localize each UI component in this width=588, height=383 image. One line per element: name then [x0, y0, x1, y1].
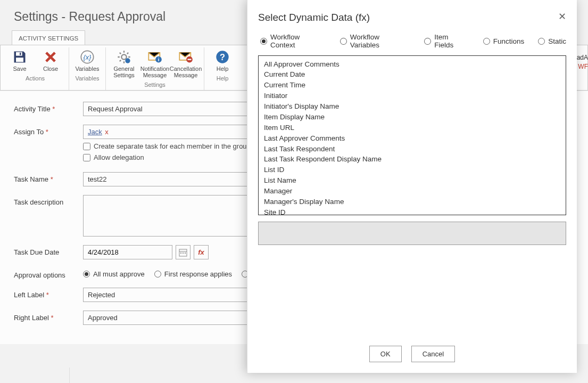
- svg-point-6: [125, 58, 130, 63]
- select-dynamic-data-dialog: Select Dynamic Data (fx) ✕ Workflow Cont…: [247, 0, 577, 373]
- tab-workflow-variables[interactable]: Workflow Variables: [340, 33, 410, 49]
- remove-assignee-icon[interactable]: x: [103, 128, 109, 136]
- mail-info-icon: i: [147, 50, 162, 64]
- cancellation-message-button[interactable]: Cancellation Message: [171, 47, 201, 79]
- ok-button[interactable]: OK: [369, 346, 402, 362]
- notification-message-button[interactable]: i Notification Message: [140, 47, 170, 79]
- list-item[interactable]: Item URL: [264, 123, 560, 133]
- list-item[interactable]: Manager's Display Name: [264, 197, 560, 207]
- save-icon: [12, 50, 27, 64]
- gear-icon: [117, 50, 131, 64]
- tab-activity-settings[interactable]: ACTIVITY SETTINGS: [12, 30, 85, 45]
- list-item[interactable]: Last Approver Comments: [264, 133, 560, 144]
- dialog-close-button[interactable]: ✕: [558, 12, 566, 21]
- ribbon-group-actions: Save Close Actions: [2, 47, 69, 90]
- save-button[interactable]: Save: [5, 47, 35, 73]
- task-due-date-label: Task Due Date: [14, 245, 83, 256]
- svg-text:i: i: [158, 57, 160, 62]
- right-label-label: Right Label *: [14, 311, 83, 322]
- svg-rect-12: [188, 59, 192, 60]
- dynamic-data-list[interactable]: All Approver CommentsCurrent DateCurrent…: [258, 55, 566, 215]
- dialog-preview-input[interactable]: [258, 222, 566, 245]
- ribbon-group-help: ? Help Help: [204, 47, 241, 90]
- right-strip: adA WF: [577, 53, 588, 71]
- date-picker-button[interactable]: [176, 245, 191, 259]
- svg-rect-2: [20, 53, 21, 55]
- list-item[interactable]: Initiator: [264, 91, 560, 102]
- tab-functions[interactable]: Functions: [483, 33, 525, 49]
- list-item[interactable]: Last Task Respondent: [264, 144, 560, 154]
- list-item[interactable]: Item Display Name: [264, 112, 560, 123]
- activity-title-label: Activity Title *: [14, 102, 83, 113]
- list-item[interactable]: Current Time: [264, 80, 560, 91]
- cancel-button[interactable]: Cancel: [411, 346, 455, 362]
- all-must-approve-radio[interactable]: All must approve: [83, 270, 145, 278]
- left-label-label: Left Label *: [14, 288, 83, 299]
- tab-static[interactable]: Static: [538, 33, 566, 49]
- fx-button[interactable]: fx: [194, 245, 209, 259]
- approval-options-label: Approval options: [14, 268, 83, 279]
- list-item[interactable]: Current Date: [264, 70, 560, 80]
- list-item[interactable]: Manager: [264, 186, 560, 197]
- close-button[interactable]: Close: [36, 47, 65, 73]
- svg-text:?: ?: [220, 52, 225, 62]
- ribbon-group-settings: General Settings i Notification Message …: [106, 47, 204, 90]
- variables-icon: {x}: [80, 50, 95, 64]
- svg-rect-0: [16, 52, 22, 56]
- list-item[interactable]: Last Task Respondent Display Name: [264, 154, 560, 165]
- ribbon-group-variables: {x} Variables Variables: [69, 47, 106, 90]
- first-response-radio[interactable]: First response applies: [154, 270, 232, 278]
- svg-rect-19: [185, 252, 186, 254]
- help-icon: ?: [215, 50, 230, 64]
- dialog-title: Select Dynamic Data (fx): [258, 12, 370, 23]
- help-button[interactable]: ? Help: [208, 47, 237, 73]
- dialog-source-tabs: Workflow Context Workflow Variables Item…: [247, 28, 577, 55]
- create-separate-task-checkbox[interactable]: [83, 143, 90, 150]
- calendar-icon: [179, 248, 187, 257]
- general-settings-button[interactable]: General Settings: [109, 47, 139, 79]
- task-due-date-input[interactable]: [83, 245, 172, 259]
- task-name-label: Task Name *: [14, 172, 83, 183]
- mail-cancel-icon: [178, 50, 193, 64]
- svg-point-5: [121, 54, 126, 59]
- allow-delegation-checkbox[interactable]: [83, 154, 90, 161]
- svg-rect-18: [183, 252, 184, 254]
- list-item[interactable]: List Name: [264, 176, 560, 186]
- svg-rect-1: [16, 58, 23, 62]
- list-item[interactable]: List ID: [264, 165, 560, 176]
- tab-item-fields[interactable]: Item Fields: [424, 33, 469, 49]
- svg-rect-17: [180, 252, 181, 254]
- list-item[interactable]: Site ID: [264, 207, 560, 215]
- variables-button[interactable]: {x} Variables: [72, 47, 102, 73]
- tab-workflow-context[interactable]: Workflow Context: [260, 33, 326, 49]
- list-item[interactable]: Initiator's Display Name: [264, 102, 560, 112]
- divider: [69, 368, 70, 383]
- task-description-label: Task description: [14, 195, 83, 206]
- svg-text:{x}: {x}: [84, 53, 92, 61]
- close-icon: [43, 50, 58, 64]
- assign-to-label: Assign To *: [14, 125, 83, 136]
- list-item[interactable]: All Approver Comments: [264, 59, 560, 70]
